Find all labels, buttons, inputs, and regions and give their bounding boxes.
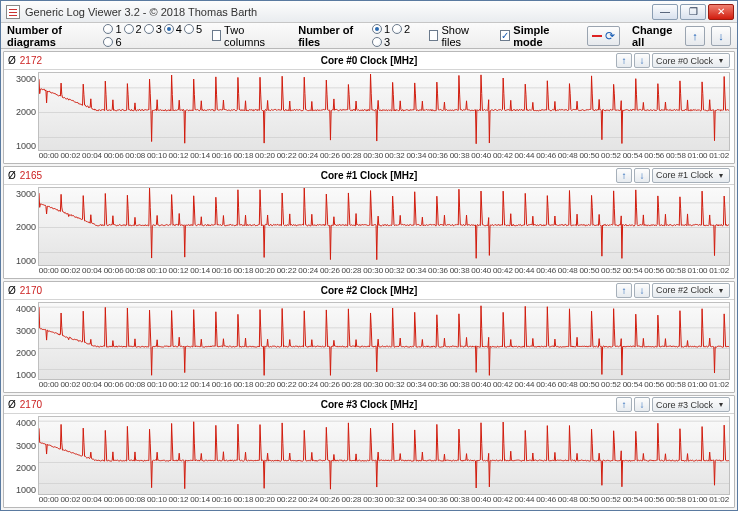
chart-panel-2: Ø2170Core #2 Clock [MHz]↑↓Core #2 Clock▾… [3,281,735,394]
chart-panel-3: Ø2170Core #3 Clock [MHz]↑↓Core #3 Clock▾… [3,395,735,508]
diagrams-radio-3[interactable]: 3 [144,23,162,35]
chevron-down-icon: ▾ [717,57,724,64]
diagrams-label: Number of diagrams [7,24,97,48]
avg-value: 2170 [20,399,42,410]
simple-mode-label: Simple mode [513,24,570,48]
diagrams-radio-5[interactable]: 5 [184,23,202,35]
change-all-label: Change all [632,24,679,48]
refresh-button[interactable]: ⟳ [587,26,620,46]
y-axis: 300020001000 [8,187,38,278]
files-radio-1[interactable]: 1 [372,23,390,35]
content-area: Ø2172Core #0 Clock [MHz]↑↓Core #0 Clock▾… [1,49,737,510]
chart-up-button[interactable]: ↑ [616,283,632,298]
titlebar: Generic Log Viewer 3.2 - © 2018 Thomas B… [1,1,737,23]
refresh-icon: ⟳ [605,29,615,43]
avg-value: 2172 [20,55,42,66]
avg-symbol: Ø [8,55,16,66]
show-files-label: Show files [441,24,483,48]
chart-down-button[interactable]: ↓ [634,397,650,412]
x-axis: 00:0000:0200:0400:0600:0800:1000:1200:14… [38,266,730,278]
plot-area[interactable] [38,187,730,266]
avg-symbol: Ø [8,399,16,410]
chart-panel-1: Ø2165Core #1 Clock [MHz]↑↓Core #1 Clock▾… [3,166,735,279]
plot-area[interactable] [38,72,730,151]
window-title: Generic Log Viewer 3.2 - © 2018 Thomas B… [25,6,652,18]
chevron-down-icon: ▾ [717,287,724,294]
diagrams-radio-6[interactable]: 6 [103,36,121,48]
arrow-up-icon: ↑ [692,30,698,42]
y-axis: 4000300020001000 [8,302,38,393]
files-label: Number of files [298,24,366,48]
diagrams-radio-2[interactable]: 2 [124,23,142,35]
diagrams-radio-1[interactable]: 1 [103,23,121,35]
show-files-checkbox[interactable] [429,30,439,41]
avg-symbol: Ø [8,170,16,181]
two-columns-checkbox[interactable] [212,30,222,41]
app-icon [6,5,20,19]
files-radio-2[interactable]: 2 [392,23,410,35]
files-radio-3[interactable]: 3 [372,36,390,48]
series-select[interactable]: Core #0 Clock▾ [652,53,730,68]
chart-down-button[interactable]: ↓ [634,53,650,68]
avg-value: 2170 [20,285,42,296]
series-select[interactable]: Core #3 Clock▾ [652,397,730,412]
y-axis: 4000300020001000 [8,416,38,507]
chevron-down-icon: ▾ [717,172,724,179]
simple-mode-checkbox[interactable]: ✓ [500,30,510,41]
x-axis: 00:0000:0200:0400:0600:0800:1000:1200:14… [38,151,730,163]
chart-up-button[interactable]: ↑ [616,53,632,68]
avg-value: 2165 [20,170,42,181]
x-axis: 00:0000:0200:0400:0600:0800:1000:1200:14… [38,380,730,392]
close-button[interactable]: ✕ [708,4,734,20]
chart-down-button[interactable]: ↓ [634,283,650,298]
series-select[interactable]: Core #2 Clock▾ [652,283,730,298]
x-axis: 00:0000:0200:0400:0600:0800:1000:1200:14… [38,495,730,507]
plot-area[interactable] [38,416,730,495]
chart-up-button[interactable]: ↑ [616,168,632,183]
chart-up-button[interactable]: ↑ [616,397,632,412]
change-all-down-button[interactable]: ↓ [711,26,731,46]
two-columns-label: Two columns [224,24,278,48]
chart-down-button[interactable]: ↓ [634,168,650,183]
y-axis: 300020001000 [8,72,38,163]
avg-symbol: Ø [8,285,16,296]
maximize-button[interactable]: ❐ [680,4,706,20]
toolbar: Number of diagrams 123456 Two columns Nu… [1,23,737,49]
plot-area[interactable] [38,302,730,381]
minimize-button[interactable]: — [652,4,678,20]
diagrams-radio-4[interactable]: 4 [164,23,182,35]
series-select[interactable]: Core #1 Clock▾ [652,168,730,183]
change-all-up-button[interactable]: ↑ [685,26,705,46]
line-icon [592,35,602,37]
chart-panel-0: Ø2172Core #0 Clock [MHz]↑↓Core #0 Clock▾… [3,51,735,164]
arrow-down-icon: ↓ [718,30,724,42]
chevron-down-icon: ▾ [717,401,724,408]
